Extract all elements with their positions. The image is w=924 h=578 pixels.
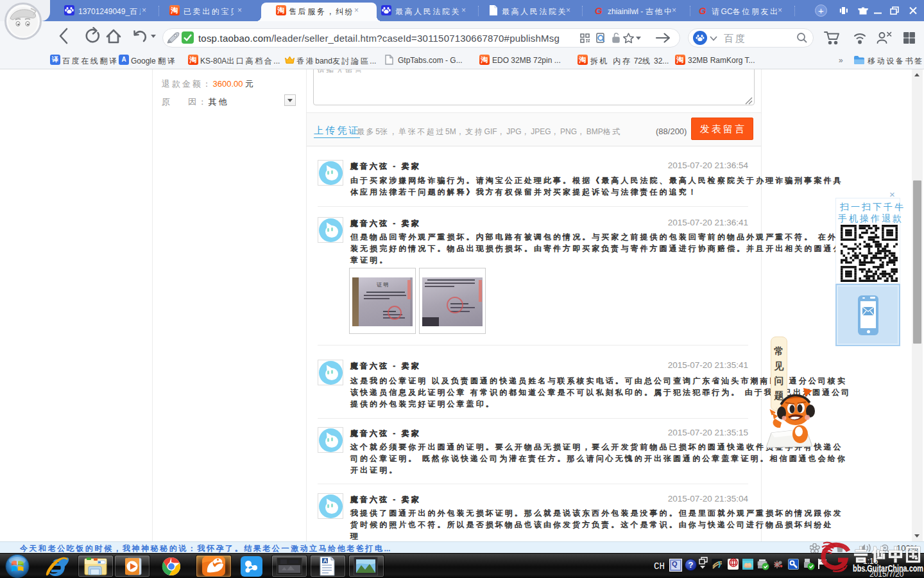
svg-text:A: A — [323, 557, 328, 564]
